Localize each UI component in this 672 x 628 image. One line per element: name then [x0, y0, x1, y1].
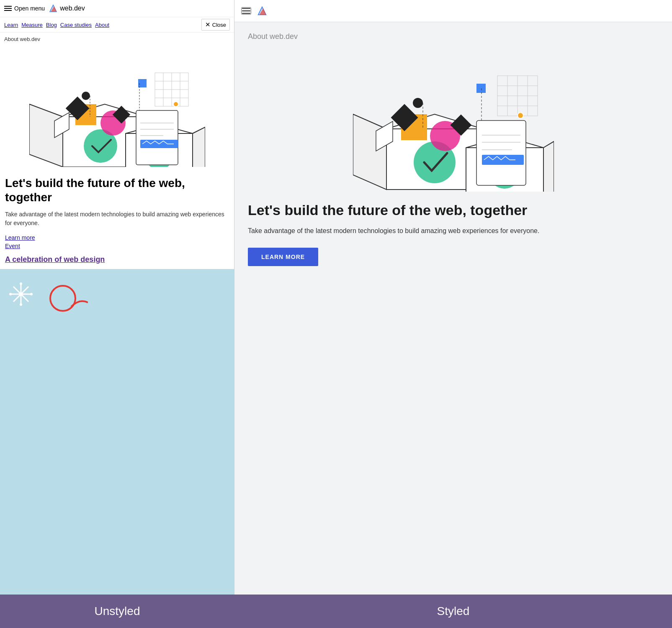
learn-more-button[interactable]: LEARN MORE [248, 248, 318, 266]
svg-rect-62 [476, 120, 526, 185]
left-header: Open menu web.dev [0, 0, 234, 17]
about-label-left: About web.dev [0, 33, 234, 46]
svg-point-33 [173, 102, 178, 107]
event-link-left[interactable]: Event [5, 243, 229, 249]
svg-rect-17 [136, 110, 178, 165]
hero-illustration-left [29, 50, 205, 167]
snowflake-decoration [4, 273, 88, 315]
close-button[interactable]: ✕ Close [201, 19, 230, 31]
svg-point-68 [413, 98, 423, 108]
svg-point-23 [82, 92, 90, 100]
open-menu-button[interactable]: Open menu [4, 5, 45, 12]
svg-marker-60 [543, 141, 554, 192]
svg-point-78 [518, 113, 523, 118]
svg-marker-15 [193, 127, 205, 167]
right-content: About web.dev [234, 22, 672, 276]
svg-point-39 [19, 292, 23, 296]
nav-links: Learn Measure Blog Case studies About ✕ … [0, 17, 234, 33]
hamburger-icon [4, 6, 12, 11]
desc-right: Take advantage of the latest modern tech… [248, 226, 659, 236]
nav-measure[interactable]: Measure [21, 22, 43, 28]
illustration-left [0, 46, 234, 171]
nav-learn[interactable]: Learn [4, 22, 18, 28]
logo-icon-right [256, 5, 268, 17]
svg-rect-67 [476, 84, 486, 93]
logo-text-left: web.dev [60, 5, 85, 12]
panel-styled: About web.dev [234, 0, 672, 595]
illustration-right [248, 49, 659, 192]
desc-left: Take advantage of the latest modern tech… [5, 210, 229, 228]
links-left: Learn more Event [5, 234, 229, 249]
labels-row: Unstyled Styled [0, 595, 672, 628]
close-label: Close [212, 22, 226, 28]
logo-icon-left [48, 3, 58, 13]
learn-more-link-left[interactable]: Learn more [5, 234, 229, 241]
hamburger-button-right[interactable] [241, 7, 251, 15]
nav-blog[interactable]: Blog [46, 22, 57, 28]
svg-point-40 [30, 293, 33, 295]
svg-marker-51 [353, 114, 386, 190]
about-label-right: About web.dev [248, 32, 659, 41]
label-styled: Styled [234, 595, 672, 628]
heading-right: Let's build the future of the web, toget… [248, 202, 659, 219]
svg-point-41 [9, 293, 12, 295]
svg-rect-66 [482, 155, 524, 165]
celebration-link[interactable]: A celebration of web design [5, 255, 105, 264]
svg-point-43 [20, 282, 22, 285]
right-header [234, 0, 672, 22]
logo-left: web.dev [48, 3, 85, 13]
styled-label: Styled [437, 605, 470, 618]
nav-case-studies[interactable]: Case studies [60, 22, 92, 28]
menu-label: Open menu [14, 5, 45, 12]
nav-about[interactable]: About [95, 22, 109, 28]
panel-unstyled: Open menu web.dev Learn Measure Blog Cas… [0, 0, 234, 595]
close-icon: ✕ [205, 21, 211, 28]
svg-point-42 [20, 303, 22, 306]
snowflake-area [0, 269, 234, 595]
hero-illustration-right [353, 49, 554, 192]
unstyled-label: Unstyled [95, 605, 140, 618]
heading-left: Let's build the future of the web, toget… [5, 176, 229, 204]
content-left: Let's build the future of the web, toget… [0, 171, 234, 269]
label-unstyled: Unstyled [0, 595, 234, 628]
